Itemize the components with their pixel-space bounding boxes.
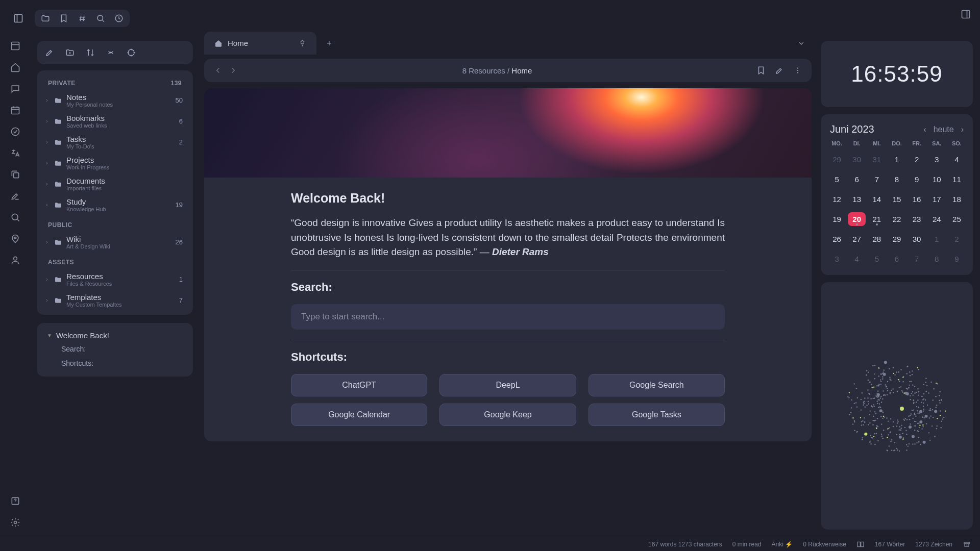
- help-icon[interactable]: [10, 496, 20, 506]
- cal-day[interactable]: 3: [928, 153, 946, 166]
- tasks-icon[interactable]: [10, 127, 20, 137]
- calendar-icon[interactable]: [10, 105, 20, 115]
- new-folder-icon[interactable]: [65, 48, 75, 57]
- cal-day[interactable]: 19: [828, 212, 846, 226]
- toggle-left-sidebar-icon[interactable]: [9, 9, 28, 28]
- cal-day[interactable]: 14: [868, 192, 886, 206]
- search-input[interactable]: Type to start search...: [291, 304, 725, 330]
- history-icon[interactable]: [114, 14, 124, 23]
- settings-icon[interactable]: [10, 517, 20, 528]
- cal-day[interactable]: 7: [908, 252, 926, 266]
- cal-next-icon[interactable]: ›: [961, 125, 964, 134]
- cal-day[interactable]: 29: [828, 153, 846, 166]
- tag-icon[interactable]: [78, 14, 87, 23]
- cal-day[interactable]: 27: [848, 232, 866, 246]
- home-icon[interactable]: [10, 62, 20, 72]
- tab-home[interactable]: Home: [204, 32, 316, 55]
- outline-item[interactable]: ▼ Welcome Back!: [43, 329, 187, 342]
- outline-item[interactable]: Search:: [43, 342, 187, 356]
- cal-day[interactable]: 16: [908, 192, 926, 206]
- cal-day[interactable]: 2: [948, 232, 966, 246]
- chat-icon[interactable]: [10, 84, 20, 94]
- chevron-right-icon[interactable]: ›: [44, 277, 50, 282]
- chevron-right-icon[interactable]: ›: [44, 181, 50, 187]
- bookmark-icon[interactable]: [59, 14, 68, 23]
- search-icon[interactable]: [96, 14, 105, 23]
- cal-day[interactable]: 29: [888, 232, 905, 246]
- cal-day[interactable]: 9: [948, 252, 966, 266]
- cal-day[interactable]: 20: [848, 212, 866, 226]
- search-rail-icon[interactable]: [10, 212, 20, 222]
- cal-day[interactable]: 6: [888, 252, 905, 266]
- tree-item[interactable]: › BookmarksSaved web links 6: [40, 111, 190, 132]
- tree-item[interactable]: › ResourcesFiles & Resources 1: [40, 269, 190, 290]
- chevron-right-icon[interactable]: ›: [44, 160, 50, 166]
- status-anki[interactable]: Anki ⚡: [772, 541, 793, 548]
- status-de-words[interactable]: 167 Wörter: [875, 541, 905, 548]
- cal-day[interactable]: 11: [948, 172, 966, 186]
- cal-today-button[interactable]: heute: [934, 125, 954, 134]
- nav-forward-icon[interactable]: [229, 66, 238, 75]
- status-readtime[interactable]: 0 min read: [732, 541, 762, 548]
- cal-day[interactable]: 21: [868, 212, 886, 226]
- chevron-right-icon[interactable]: ›: [44, 202, 50, 208]
- status-de-chars[interactable]: 1273 Zeichen: [915, 541, 952, 548]
- target-icon[interactable]: [127, 48, 136, 57]
- shortcut-button[interactable]: ChatGPT: [291, 374, 427, 396]
- book-icon[interactable]: [856, 540, 865, 548]
- shortcut-button[interactable]: DeepL: [439, 374, 576, 396]
- cal-day[interactable]: 31: [868, 153, 886, 166]
- copy-icon[interactable]: [10, 169, 20, 180]
- cal-day[interactable]: 3: [828, 252, 846, 266]
- edit-page-icon[interactable]: [775, 66, 784, 75]
- tree-item[interactable]: › TasksMy To-Do's 2: [40, 132, 190, 153]
- cal-day[interactable]: 8: [928, 252, 946, 266]
- tree-item[interactable]: › StudyKnowledge Hub 19: [40, 194, 190, 215]
- chevron-right-icon[interactable]: ›: [44, 297, 50, 303]
- sort-icon[interactable]: [86, 48, 95, 57]
- more-icon[interactable]: [793, 66, 802, 75]
- cal-day[interactable]: 4: [848, 252, 866, 266]
- cal-day[interactable]: 1: [928, 232, 946, 246]
- compose-icon[interactable]: [10, 191, 20, 201]
- outline-item[interactable]: Shortcuts:: [43, 356, 187, 370]
- user-icon[interactable]: [10, 255, 20, 265]
- cal-day[interactable]: 18: [948, 192, 966, 206]
- cal-day[interactable]: 22: [888, 212, 905, 226]
- cal-day[interactable]: 2: [908, 153, 926, 166]
- breadcrumb[interactable]: 8 Resources / Home: [244, 66, 750, 75]
- cal-day[interactable]: 15: [888, 192, 905, 206]
- cal-day[interactable]: 9: [908, 172, 926, 186]
- cal-day[interactable]: 5: [868, 252, 886, 266]
- cal-day[interactable]: 25: [948, 212, 966, 226]
- shortcut-button[interactable]: Google Calendar: [291, 404, 427, 426]
- cal-day[interactable]: 6: [848, 172, 866, 186]
- tree-item[interactable]: › TemplatesMy Custom Tempaltes 7: [40, 290, 190, 311]
- archive-icon[interactable]: [963, 540, 971, 548]
- shortcut-button[interactable]: Google Keep: [439, 404, 576, 426]
- cal-day[interactable]: 24: [928, 212, 946, 226]
- nav-back-icon[interactable]: [213, 66, 223, 75]
- cal-day[interactable]: 8: [888, 172, 905, 186]
- workspace-icon[interactable]: [10, 41, 20, 51]
- shortcut-button[interactable]: Google Tasks: [589, 404, 725, 426]
- cal-day[interactable]: 1: [888, 153, 905, 166]
- cal-prev-icon[interactable]: ‹: [923, 125, 926, 134]
- cal-day[interactable]: 4: [948, 153, 966, 166]
- tree-item[interactable]: › NotesMy Personal notes 50: [40, 90, 190, 111]
- cal-day[interactable]: 13: [848, 192, 866, 206]
- tree-item[interactable]: › WikiArt & Design Wiki 26: [40, 232, 190, 253]
- status-backlinks[interactable]: 0 Rückverweise: [803, 541, 846, 548]
- cal-day[interactable]: 10: [928, 172, 946, 186]
- bookmark-page-icon[interactable]: [756, 66, 766, 75]
- collapse-icon[interactable]: [106, 48, 115, 57]
- status-wordcount[interactable]: 167 words 1273 characters: [648, 541, 722, 548]
- shortcut-button[interactable]: Google Search: [589, 374, 725, 396]
- cal-day[interactable]: 30: [908, 232, 926, 246]
- cal-day[interactable]: 23: [908, 212, 926, 226]
- new-tab-button[interactable]: +: [321, 35, 338, 52]
- new-note-icon[interactable]: [45, 48, 54, 57]
- chevron-right-icon[interactable]: ›: [44, 118, 50, 124]
- chevron-right-icon[interactable]: ›: [44, 97, 50, 103]
- tab-dropdown-icon[interactable]: [797, 39, 805, 47]
